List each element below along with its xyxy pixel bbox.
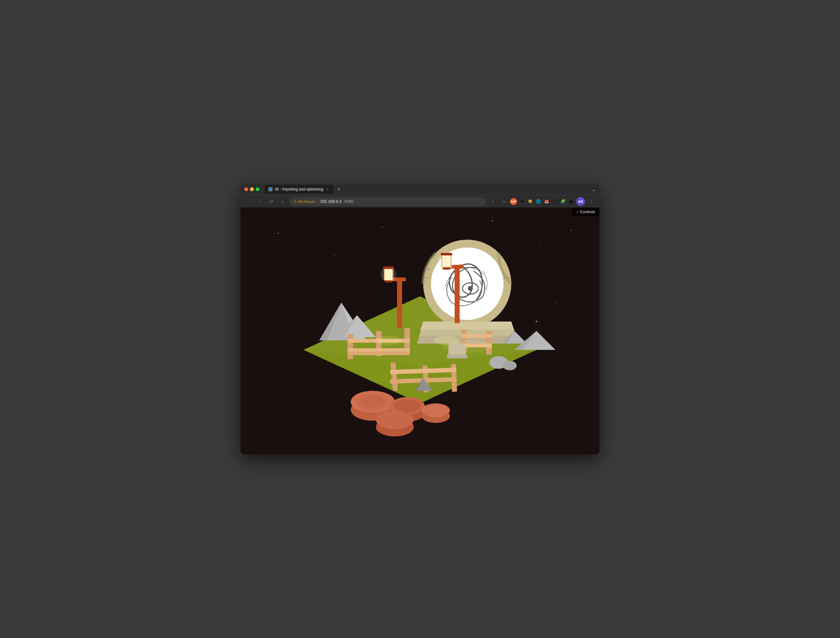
tab-favicon: 🌐 (268, 187, 273, 191)
shield-extension[interactable]: 🛡 (552, 198, 558, 205)
security-text: Not Secure (298, 200, 315, 204)
svg-point-70 (360, 396, 385, 408)
svg-rect-59 (443, 268, 450, 270)
address-port: :8080 (344, 199, 354, 204)
puzzle-extension[interactable]: 🧩 (560, 198, 566, 205)
svg-point-75 (422, 403, 450, 417)
svg-point-5 (492, 220, 493, 221)
maximize-button[interactable] (256, 187, 259, 191)
globe-extension[interactable]: 🌐 (535, 198, 542, 205)
address-bar[interactable]: ⚠ Not Secure | 192.168.0.4 :8080 (290, 197, 486, 206)
svg-rect-41 (347, 351, 410, 355)
menu-button[interactable]: ⋮ (587, 197, 596, 206)
reload-button[interactable]: ↺ (267, 197, 276, 206)
svg-point-20 (468, 286, 473, 291)
svg-point-3 (382, 227, 382, 227)
svg-point-6 (539, 242, 540, 243)
address-separator: | (317, 199, 318, 204)
svg-point-35 (503, 361, 517, 370)
svg-point-7 (571, 230, 572, 231)
scene-container (240, 207, 600, 455)
svg-point-77 (376, 410, 414, 429)
window-minimize-icon[interactable]: ⌄ (592, 186, 596, 193)
toolbar-extensions: ↑ ☆ ABP ⚙ 🦁 🌐 🦊 🛡 🧩 ▣ AB ⋮ (489, 197, 596, 206)
sidebar-extension[interactable]: ▣ (568, 198, 574, 205)
scene-svg (240, 207, 600, 455)
svg-rect-36 (347, 334, 353, 359)
close-button[interactable] (244, 187, 248, 191)
svg-rect-52 (385, 281, 392, 283)
browser-window: 🌐 38 - Importing and optimizing × + ⌄ ← … (240, 183, 600, 455)
back-button[interactable]: ← (244, 197, 253, 206)
svg-point-60 (376, 336, 401, 345)
address-host: 192.168.0.4 (320, 199, 342, 204)
share-button[interactable]: ↑ (489, 197, 497, 206)
svg-rect-83 (447, 355, 467, 358)
svg-point-4 (445, 236, 445, 237)
abp-extension[interactable]: ABP (510, 198, 517, 205)
nav-bar: ← → ↺ ⌂ ⚠ Not Secure | 192.168.0.4 :8080… (240, 195, 600, 207)
gear-extension[interactable]: ⚙ (519, 198, 525, 205)
forward-button[interactable]: → (256, 197, 264, 206)
fox-extension[interactable]: 🦊 (543, 198, 550, 205)
traffic-lights (244, 187, 259, 191)
svg-rect-44 (461, 334, 492, 338)
main-content: › Controls (240, 207, 600, 455)
active-tab[interactable]: 🌐 38 - Importing and optimizing × (264, 185, 333, 194)
minimize-button[interactable] (250, 187, 254, 191)
profile-button[interactable]: AB (576, 197, 585, 206)
svg-point-1 (278, 233, 279, 234)
tab-close-button[interactable]: × (325, 187, 330, 191)
svg-rect-51 (383, 267, 394, 269)
svg-point-8 (309, 271, 310, 272)
security-warning: ⚠ Not Secure (294, 199, 315, 204)
controls-panel[interactable]: › Controls (572, 207, 600, 216)
svg-rect-53 (455, 265, 459, 323)
brave-extension[interactable]: 🦁 (527, 198, 533, 205)
controls-arrow: › (576, 209, 578, 214)
tab-title: 38 - Importing and optimizing (275, 187, 323, 191)
new-tab-button[interactable]: + (335, 185, 344, 194)
warning-icon: ⚠ (294, 199, 297, 204)
home-button[interactable]: ⌂ (278, 197, 287, 206)
svg-point-9 (555, 302, 556, 303)
title-bar: 🌐 38 - Importing and optimizing × + ⌄ (240, 183, 600, 195)
bookmark-button[interactable]: ☆ (499, 197, 508, 206)
svg-rect-46 (397, 278, 402, 328)
controls-label: Controls (580, 209, 595, 214)
svg-rect-58 (441, 253, 452, 255)
svg-point-2 (335, 255, 335, 256)
tabs-bar: 🌐 38 - Importing and optimizing × + (264, 185, 589, 194)
